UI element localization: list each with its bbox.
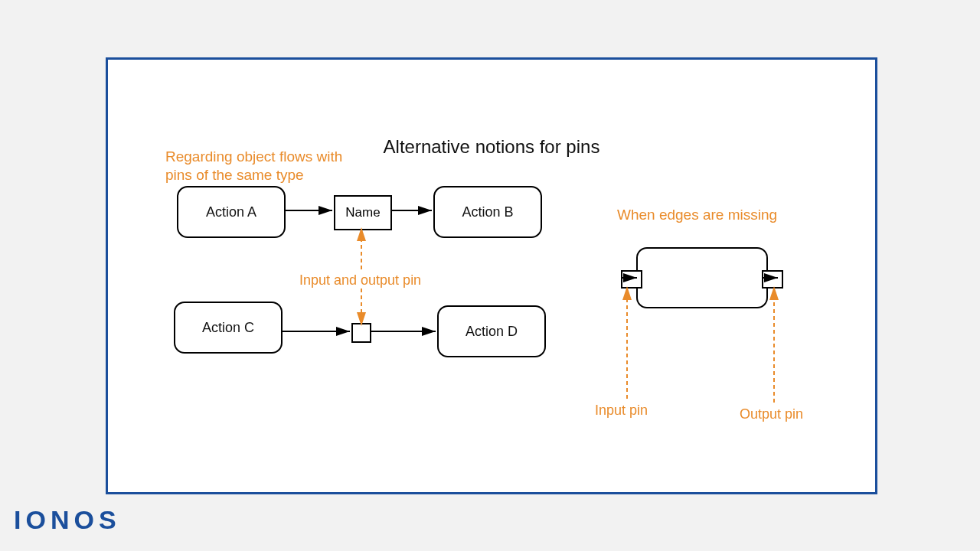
action-b-node: Action B xyxy=(433,186,542,238)
input-pin-box xyxy=(621,270,642,289)
caption-edges-missing: When edges are missing xyxy=(617,207,777,223)
caption-object-flows: Regarding object flows with pins of the … xyxy=(165,148,342,184)
label-output-pin: Output pin xyxy=(740,406,803,422)
diagram-frame: Alternative notions for pins Regarding o… xyxy=(106,57,877,494)
action-empty-node xyxy=(636,247,768,308)
action-c-node: Action C xyxy=(174,302,283,354)
label-input-output-pin: Input and output pin xyxy=(299,272,421,289)
ionos-logo: IONOS xyxy=(14,505,121,535)
output-pin-box xyxy=(762,270,783,289)
action-d-node: Action D xyxy=(437,305,546,357)
unnamed-pin-box xyxy=(351,323,371,343)
label-input-pin: Input pin xyxy=(595,403,648,419)
pin-name-box: Name xyxy=(334,195,392,230)
action-a-node: Action A xyxy=(177,186,286,238)
